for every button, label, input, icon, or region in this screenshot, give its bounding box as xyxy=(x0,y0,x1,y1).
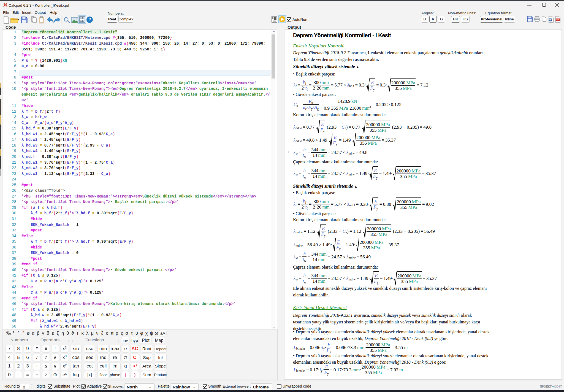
svg-text:=: = xyxy=(83,20,84,22)
svg-text:−: − xyxy=(83,17,84,19)
svg-text:?: ? xyxy=(88,17,91,22)
svg-text:PDF: PDF xyxy=(556,19,560,21)
svg-text:+: + xyxy=(81,17,82,19)
svg-text:W: W xyxy=(549,19,552,21)
svg-text:×: × xyxy=(81,20,82,22)
